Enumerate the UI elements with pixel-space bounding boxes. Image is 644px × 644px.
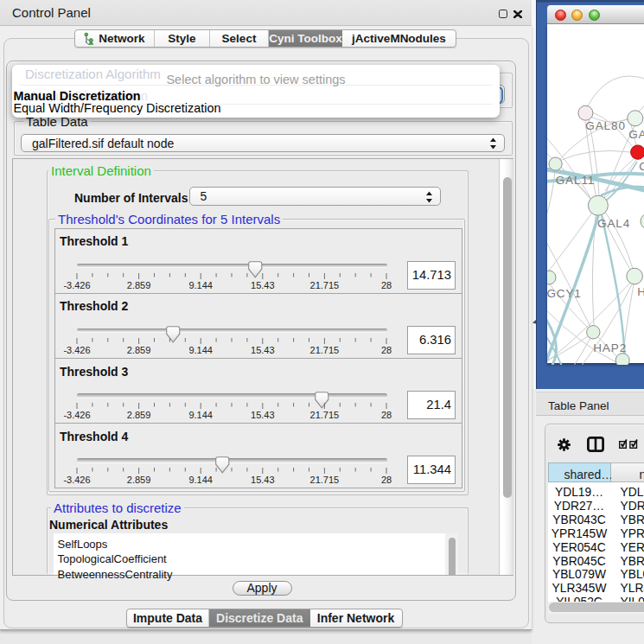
- svg-text:GCY1: GCY1: [547, 287, 582, 300]
- svg-text:C: C: [639, 160, 644, 173]
- svg-text:HAP2: HAP2: [593, 341, 627, 354]
- svg-text:H: H: [637, 285, 644, 298]
- svg-text:GA: GA: [628, 128, 644, 141]
- svg-text:GAL11: GAL11: [555, 174, 595, 187]
- svg-text:GAL4: GAL4: [597, 217, 630, 230]
- svg-text:GAL80: GAL80: [585, 119, 626, 132]
